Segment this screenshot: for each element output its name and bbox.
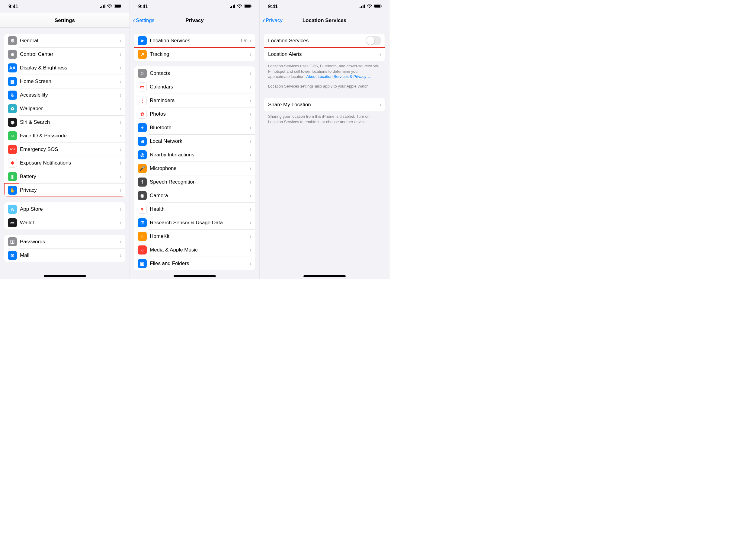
row-bluetooth[interactable]: ⌖Bluetooth›: [134, 121, 255, 134]
chevron-right-icon: ›: [120, 37, 122, 44]
photos-icon: ✿: [138, 110, 147, 119]
row-photos[interactable]: ✿Photos›: [134, 107, 255, 121]
home-indicator[interactable]: [174, 275, 216, 277]
toggle-switch[interactable]: [366, 36, 381, 45]
row-app-store[interactable]: AApp Store›: [4, 202, 125, 216]
svg-rect-16: [363, 5, 364, 8]
settings-list[interactable]: ⚙︎General›⊞Control Center›AADisplay & Br…: [0, 28, 130, 279]
row-label: Control Center: [17, 51, 120, 57]
row-label: Calendars: [147, 84, 249, 90]
row-microphone[interactable]: 🎤Microphone›: [134, 162, 255, 175]
back-label: Settings: [136, 18, 154, 24]
row-contacts[interactable]: ☺Contacts›: [134, 66, 255, 80]
appstore-icon: A: [8, 205, 17, 214]
row-face-id-passcode[interactable]: ☺︎Face ID & Passcode›: [4, 129, 125, 143]
page-title: Location Services: [303, 18, 347, 24]
row-siri-search[interactable]: ◉Siri & Search›: [4, 115, 125, 129]
svg-rect-7: [230, 7, 231, 8]
status-time: 9:41: [138, 4, 148, 9]
gear-icon: ⚙︎: [8, 36, 17, 45]
cellular-icon: [230, 4, 235, 9]
row-battery[interactable]: ▮Battery›: [4, 170, 125, 183]
row-label: Passwords: [17, 239, 120, 245]
row-detail: On: [241, 38, 248, 44]
homekit-icon: ⌂: [138, 232, 147, 241]
back-button[interactable]: ‹ Privacy: [263, 13, 283, 28]
svg-rect-13: [252, 5, 252, 7]
chevron-right-icon: ›: [249, 138, 252, 145]
nav-bar: ‹ Privacy Location Services: [260, 13, 389, 28]
row-label: Display & Brightness: [17, 65, 120, 71]
svg-rect-10: [234, 5, 235, 8]
privacy-list[interactable]: ➤Location ServicesOn›↗︎Tracking› ☺Contac…: [130, 28, 259, 279]
row-label: Research Sensor & Usage Data: [147, 220, 249, 226]
row-speech-recognition[interactable]: ⇡Speech Recognition›: [134, 175, 255, 189]
row-exposure-notifications[interactable]: ✱Exposure Notifications›: [4, 156, 125, 170]
row-reminders[interactable]: ⋮Reminders›: [134, 94, 255, 107]
page-title: Privacy: [185, 18, 204, 24]
row-health[interactable]: ♥Health›: [134, 202, 255, 216]
chevron-right-icon: ›: [249, 233, 252, 240]
chevron-right-icon: ›: [120, 187, 122, 194]
row-label: Health: [147, 206, 249, 212]
row-mail[interactable]: ✉︎Mail›: [4, 249, 125, 262]
chevron-right-icon: ›: [120, 206, 122, 213]
footer-description: Location Services uses GPS, Bluetooth, a…: [264, 61, 385, 79]
row-location-alerts[interactable]: Location Alerts›: [264, 47, 385, 61]
row-label: Siri & Search: [17, 119, 120, 125]
nav-bar: ‹ Settings Privacy: [130, 13, 259, 28]
footer-watch-note: Location Services settings also apply to…: [264, 79, 385, 89]
mail-icon: ✉︎: [8, 251, 17, 260]
home-indicator[interactable]: [44, 275, 86, 277]
row-label: Face ID & Passcode: [17, 133, 120, 139]
row-accessibility[interactable]: ♿︎Accessibility›: [4, 88, 125, 102]
row-label: Files and Folders: [147, 261, 249, 267]
row-general[interactable]: ⚙︎General›: [4, 34, 125, 47]
row-location-services[interactable]: ➤Location ServicesOn›: [134, 34, 255, 47]
row-media-apple-music[interactable]: ♫Media & Apple Music›: [134, 243, 255, 257]
chevron-right-icon: ›: [120, 51, 122, 58]
row-calendars[interactable]: ▭Calendars›: [134, 80, 255, 94]
row-research-sensor-usage-data[interactable]: ⚗Research Sensor & Usage Data›: [134, 216, 255, 230]
passwords-icon: ⚿: [8, 237, 17, 247]
row-share-my-location[interactable]: Share My Location›: [264, 98, 385, 111]
back-button[interactable]: ‹ Settings: [133, 13, 154, 28]
row-nearby-interactions[interactable]: ◎Nearby Interactions›: [134, 148, 255, 162]
svg-rect-5: [115, 5, 121, 8]
row-location-services[interactable]: Location Services: [264, 34, 385, 47]
chevron-right-icon: ›: [120, 105, 122, 112]
row-home-screen[interactable]: ▦Home Screen›: [4, 75, 125, 88]
row-control-center[interactable]: ⊞Control Center›: [4, 47, 125, 61]
chevron-right-icon: ›: [120, 252, 122, 259]
row-label: Emergency SOS: [17, 147, 120, 153]
svg-rect-14: [360, 7, 361, 8]
status-bar: 9:41: [130, 0, 259, 13]
row-local-network[interactable]: ⊞Local Network›: [134, 134, 255, 148]
location-settings-list[interactable]: Location ServicesLocation Alerts› Locati…: [260, 28, 389, 279]
about-link[interactable]: About Location Services & Privacy…: [306, 74, 370, 79]
row-label: General: [17, 38, 120, 44]
siri-icon: ◉: [8, 118, 17, 127]
row-files-and-folders[interactable]: ▣Files and Folders›: [134, 257, 255, 270]
chevron-right-icon: ›: [249, 111, 252, 118]
row-passwords[interactable]: ⚿Passwords›: [4, 235, 125, 249]
row-display-brightness[interactable]: AADisplay & Brightness›: [4, 61, 125, 75]
chevron-right-icon: ›: [249, 97, 252, 104]
row-wallpaper[interactable]: ✿Wallpaper›: [4, 102, 125, 115]
row-emergency-sos[interactable]: SOSEmergency SOS›: [4, 143, 125, 156]
home-indicator[interactable]: [304, 275, 346, 277]
row-wallet[interactable]: ▭Wallet›: [4, 216, 125, 230]
chevron-right-icon: ›: [249, 151, 252, 158]
row-label: Local Network: [147, 138, 249, 144]
chevron-right-icon: ›: [249, 247, 252, 253]
row-tracking[interactable]: ↗︎Tracking›: [134, 47, 255, 61]
row-privacy[interactable]: ✋Privacy›: [4, 183, 125, 197]
row-label: Mail: [17, 253, 120, 259]
row-camera[interactable]: ◉Camera›: [134, 189, 255, 202]
chevron-right-icon: ›: [249, 219, 252, 226]
privacy-icon: ✋: [8, 186, 17, 195]
status-bar: 9:41: [260, 0, 389, 13]
battery-icon: [374, 4, 382, 9]
row-homekit[interactable]: ⌂HomeKit›: [134, 230, 255, 243]
row-label: Exposure Notifications: [17, 160, 120, 166]
